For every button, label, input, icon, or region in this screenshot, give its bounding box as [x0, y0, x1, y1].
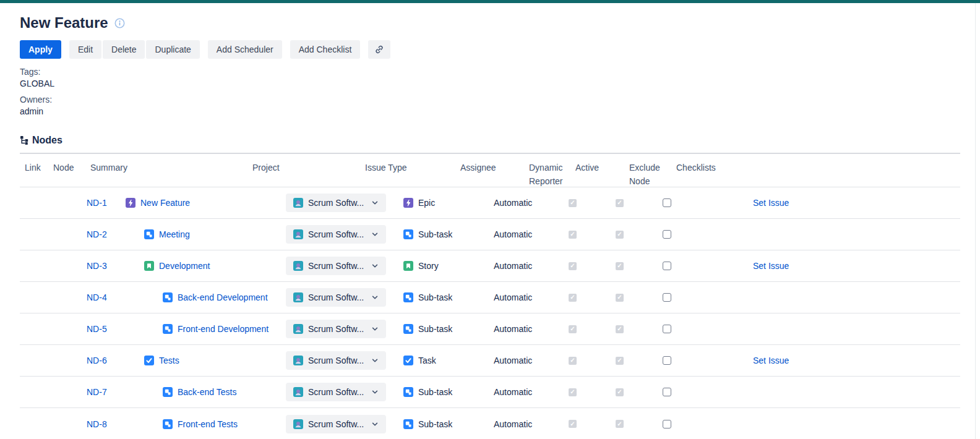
node-id-link[interactable]: ND-6: [87, 356, 107, 365]
issue-type-icon: [403, 356, 413, 365]
project-cell: Scrum Softw...: [286, 383, 398, 401]
issue-type-cell: Sub-task: [398, 324, 494, 334]
issue-type-label: Sub-task: [418, 229, 452, 239]
project-select[interactable]: Scrum Softw...: [286, 194, 386, 212]
summary-link[interactable]: Front-end Tests: [178, 419, 238, 429]
exclude-node-cell: [655, 420, 703, 428]
assignee-value: Automatic: [494, 324, 532, 334]
assignee-value: Automatic: [494, 387, 532, 397]
issue-type-label: Story: [418, 261, 439, 271]
dynamic-reporter-cell: [562, 199, 609, 207]
summary-link[interactable]: Back-end Tests: [178, 387, 236, 397]
project-select[interactable]: Scrum Softw...: [286, 225, 386, 244]
exclude-node-checkbox[interactable]: [663, 230, 671, 239]
summary-issue-type-icon: [163, 324, 173, 334]
project-select[interactable]: Scrum Softw...: [286, 320, 386, 338]
apply-button[interactable]: Apply: [20, 40, 61, 59]
title-row: New Feature: [20, 13, 960, 33]
summary-issue-type-icon: [163, 292, 173, 302]
summary-issue-type-icon: [126, 198, 135, 208]
duplicate-button[interactable]: Duplicate: [146, 40, 199, 59]
summary-cell: Back-end Development: [124, 292, 286, 302]
project-select-value: Scrum Softw...: [308, 198, 366, 208]
set-issue-link[interactable]: Set Issue: [753, 356, 789, 365]
summary-link[interactable]: Meeting: [159, 229, 190, 239]
active-checkbox: [616, 199, 624, 207]
info-icon[interactable]: [114, 18, 125, 28]
node-cell: ND-4: [87, 292, 124, 302]
exclude-node-checkbox[interactable]: [663, 420, 671, 428]
project-select[interactable]: Scrum Softw...: [286, 351, 386, 370]
assignee-cell: Automatic: [494, 198, 562, 208]
project-select-value: Scrum Softw...: [308, 292, 366, 302]
node-id-link[interactable]: ND-8: [87, 419, 107, 429]
set-issue-link[interactable]: Set Issue: [753, 261, 789, 271]
active-cell: [609, 231, 655, 239]
active-cell: [609, 199, 655, 207]
issue-type-cell: Sub-task: [398, 292, 494, 302]
project-select[interactable]: Scrum Softw...: [286, 415, 386, 433]
issue-type-label: Sub-task: [418, 292, 452, 302]
summary-link[interactable]: Front-end Development: [178, 324, 269, 334]
node-id-link[interactable]: ND-5: [87, 324, 107, 334]
node-cell: ND-3: [87, 261, 124, 271]
summary-link[interactable]: Back-end Development: [178, 292, 268, 302]
column-header-issue-type: Issue Type: [365, 154, 460, 187]
exclude-node-checkbox[interactable]: [663, 388, 671, 396]
table-row: ND-1 New Feature Scrum Softw... Epic Aut…: [20, 187, 960, 219]
chevron-down-icon: [371, 388, 379, 396]
exclude-node-checkbox[interactable]: [663, 293, 671, 302]
chevron-down-icon: [371, 199, 379, 207]
dynamic-reporter-cell: [562, 294, 609, 302]
column-header-node: Node: [53, 154, 90, 187]
exclude-node-cell: [655, 325, 703, 333]
edit-delete-duplicate-group: Edit Delete Duplicate: [69, 40, 200, 59]
column-header-active: Active: [575, 154, 622, 187]
active-cell: [609, 262, 655, 270]
assignee-value: Automatic: [494, 229, 532, 239]
exclude-node-checkbox[interactable]: [663, 262, 671, 270]
project-select-value: Scrum Softw...: [308, 324, 366, 334]
chevron-down-icon: [371, 262, 379, 270]
owners-label: Owners:: [20, 94, 960, 106]
exclude-node-checkbox[interactable]: [663, 325, 671, 333]
copy-link-button[interactable]: [368, 40, 390, 59]
summary-link[interactable]: Development: [159, 261, 210, 271]
exclude-node-checkbox[interactable]: [663, 198, 671, 207]
node-id-link[interactable]: ND-4: [87, 292, 107, 302]
summary-cell: Back-end Tests: [124, 387, 286, 397]
dynamic-reporter-checkbox: [569, 199, 577, 207]
node-id-link[interactable]: ND-3: [87, 261, 107, 271]
summary-cell-inner: Back-end Development: [124, 292, 268, 302]
checklists-cell: Set Issue: [703, 356, 960, 365]
issue-type-icon: [403, 387, 413, 397]
project-select[interactable]: Scrum Softw...: [286, 257, 386, 275]
issue-type-label: Task: [418, 356, 436, 365]
summary-link[interactable]: New Feature: [140, 198, 190, 208]
issue-type-label: Sub-task: [418, 419, 452, 429]
summary-cell: Front-end Development: [124, 324, 286, 334]
delete-button[interactable]: Delete: [103, 40, 145, 59]
summary-cell-inner: Front-end Tests: [124, 419, 238, 429]
assignee-value: Automatic: [494, 261, 532, 271]
active-checkbox: [616, 420, 624, 428]
assignee-cell: Automatic: [494, 387, 562, 397]
summary-link[interactable]: Tests: [159, 356, 179, 365]
exclude-node-checkbox[interactable]: [663, 356, 671, 365]
project-select[interactable]: Scrum Softw...: [286, 288, 386, 307]
dynamic-reporter-cell: [562, 420, 609, 428]
set-issue-link[interactable]: Set Issue: [753, 198, 789, 208]
add-checklist-button[interactable]: Add Checklist: [290, 40, 361, 59]
node-id-link[interactable]: ND-7: [87, 387, 107, 397]
top-accent-bar: [0, 0, 980, 3]
exclude-node-cell: [655, 388, 703, 396]
project-cell: Scrum Softw...: [286, 415, 398, 433]
edit-button[interactable]: Edit: [69, 40, 101, 59]
node-id-link[interactable]: ND-1: [87, 198, 107, 208]
add-scheduler-button[interactable]: Add Scheduler: [208, 40, 282, 59]
project-cell: Scrum Softw...: [286, 320, 398, 338]
node-id-link[interactable]: ND-2: [87, 229, 107, 239]
project-select-value: Scrum Softw...: [308, 387, 366, 397]
summary-cell-inner: Development: [124, 261, 210, 271]
project-select[interactable]: Scrum Softw...: [286, 383, 386, 401]
